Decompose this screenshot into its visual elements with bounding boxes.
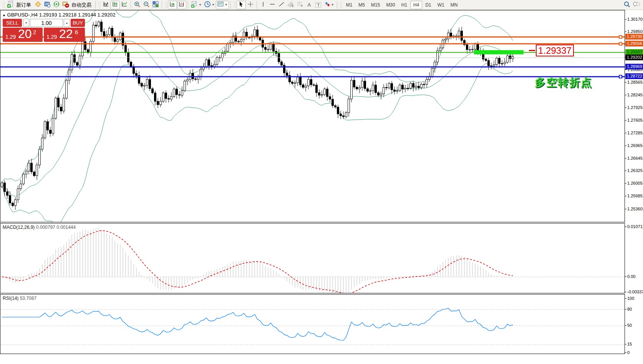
bar-chart-button[interactable] <box>101 1 111 9</box>
toolbar-separator <box>337 1 337 9</box>
chart-shift-button[interactable] <box>177 1 186 9</box>
candle <box>485 58 487 62</box>
volume-increase-button[interactable]: ▲ <box>64 19 70 27</box>
candle <box>192 69 194 81</box>
horizontal-line-button[interactable] <box>268 1 277 9</box>
candle <box>262 38 264 51</box>
candle <box>98 20 100 28</box>
candle <box>103 28 105 39</box>
timeframe-m15[interactable]: M15 <box>368 1 383 9</box>
trendline-button[interactable] <box>277 1 286 9</box>
candle <box>58 96 60 111</box>
autotrading-icon <box>62 1 69 9</box>
macd-name: MACD(12,26,9) <box>3 225 35 230</box>
metaeditor-button[interactable] <box>33 1 43 9</box>
chart-text-annotation[interactable]: 多空转折点 <box>535 75 592 90</box>
macd-label: MACD(12,26,9) 0.000797 0.001444 <box>3 225 76 230</box>
timeframe-m5[interactable]: M5 <box>355 1 368 9</box>
candle <box>388 82 390 89</box>
candle <box>243 29 245 43</box>
sell-price-panel[interactable]: 1.29 20 2 <box>3 28 43 42</box>
candlestick-chart-icon <box>112 1 119 9</box>
line-chart-button[interactable] <box>120 1 129 9</box>
autotrading-label[interactable]: 自动交易 <box>71 2 91 8</box>
timeframe-mn[interactable]: MN <box>447 1 461 9</box>
rsi-panel[interactable]: RSI(14) 53.7087 <box>0 294 625 354</box>
price-callout-box[interactable]: 1.29337 <box>536 45 574 56</box>
highlight-bar[interactable] <box>474 50 524 55</box>
equidistant-channel-icon: E <box>287 1 294 9</box>
candle <box>122 30 124 49</box>
buy-price-panel[interactable]: 1.29 22 6 <box>44 28 85 42</box>
fibonacci-button[interactable]: F <box>295 1 305 9</box>
rsi-line <box>2 308 513 340</box>
candle <box>41 134 43 152</box>
new-order-button[interactable] <box>6 1 15 9</box>
macd-canvas[interactable] <box>0 223 625 293</box>
candle <box>439 44 441 53</box>
autotrading-button[interactable] <box>61 1 70 9</box>
auto-scroll-button[interactable] <box>168 1 177 9</box>
candlestick-chart-canvas[interactable] <box>0 10 625 222</box>
template-button[interactable]: ▼ <box>216 1 229 9</box>
volume-input[interactable]: 1.00 <box>30 19 63 27</box>
arrows-button[interactable]: ▼ <box>323 1 335 9</box>
line-handle[interactable] <box>619 75 622 78</box>
toolbar-separator <box>188 1 188 9</box>
cursor-icon <box>238 1 244 9</box>
price-axis-tickmark <box>625 82 626 83</box>
crosshair-button[interactable] <box>246 1 255 9</box>
candle <box>504 58 506 66</box>
new-order-label[interactable]: 新订单 <box>16 2 31 8</box>
equidistant-channel-button[interactable]: E <box>286 1 295 9</box>
search-button[interactable] <box>622 1 631 9</box>
svg-text:E: E <box>292 5 294 7</box>
macd-panel[interactable]: MACD(12,26,9) 0.000797 0.001444 <box>0 223 625 293</box>
cursor-button[interactable] <box>237 1 246 9</box>
timeframe-m30[interactable]: M30 <box>383 1 398 9</box>
main-chart-panel[interactable] <box>0 10 625 222</box>
candle <box>337 105 339 118</box>
text-button[interactable]: A <box>305 1 314 9</box>
candle <box>437 47 439 65</box>
timeframe-m1[interactable]: M1 <box>343 1 356 9</box>
zoom-out-button[interactable] <box>142 1 151 9</box>
candle <box>235 32 237 44</box>
buy-button[interactable]: BUY <box>71 19 85 27</box>
timeframe-d1[interactable]: D1 <box>422 1 434 9</box>
rsi-canvas[interactable] <box>0 295 625 354</box>
candle <box>15 197 17 210</box>
price-axis-tickmark <box>625 120 626 121</box>
candle <box>171 93 172 102</box>
price-axis-label: 1.30170 <box>627 17 643 22</box>
vertical-line-button[interactable] <box>259 1 268 9</box>
candle <box>36 162 38 180</box>
rsi-axis-tickmark <box>625 352 626 353</box>
candle <box>251 34 253 42</box>
period-button[interactable]: ▼ <box>203 1 216 9</box>
sell-price-prefix: 1.29 <box>5 34 16 40</box>
callout-dash <box>529 50 535 51</box>
candle <box>289 71 291 84</box>
text-label-button[interactable]: T <box>314 1 323 9</box>
volume-decrease-button[interactable]: ▼ <box>23 19 29 27</box>
zoom-in-button[interactable] <box>133 1 142 9</box>
time-axis[interactable]: 14 Oct 201915 Oct 08:0016 Oct 16:0018 Oc… <box>0 354 643 364</box>
timeframe-h4[interactable]: H4 <box>410 1 422 9</box>
market-button[interactable] <box>43 1 52 9</box>
signals-button[interactable] <box>52 1 61 9</box>
tile-windows-button[interactable] <box>151 1 160 9</box>
sell-button[interactable]: SELL <box>3 19 22 27</box>
candle <box>71 51 73 73</box>
candle <box>359 85 361 93</box>
chat-button[interactable] <box>631 1 641 9</box>
line-handle[interactable] <box>619 43 622 45</box>
line-handle[interactable] <box>619 36 622 38</box>
timeframe-w1[interactable]: W1 <box>434 1 447 9</box>
candle <box>372 82 374 94</box>
candlestick-chart-button[interactable] <box>111 1 120 9</box>
candle <box>152 87 154 94</box>
price-axis-label: 1.27285 <box>627 131 643 135</box>
timeframe-h1[interactable]: H1 <box>398 1 410 9</box>
new-chart-button[interactable]: ▼ <box>190 1 203 9</box>
